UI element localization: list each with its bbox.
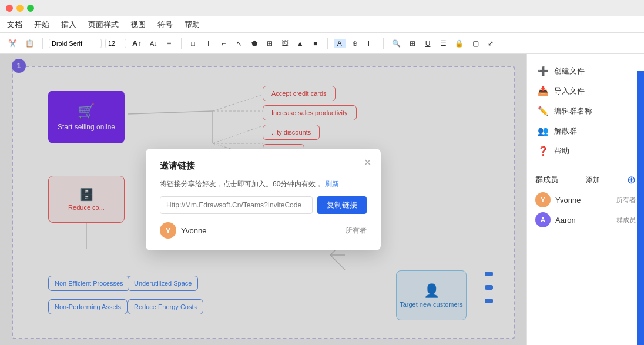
add-label: 添加: [586, 175, 600, 185]
menu-item-insert[interactable]: 插入: [61, 19, 76, 30]
circle-plus-icon[interactable]: ⊕: [349, 38, 361, 49]
titlebar: [0, 0, 644, 16]
font-large-icon[interactable]: A↑: [130, 38, 144, 49]
rp-disband-group[interactable]: 👥 解散群: [535, 121, 636, 141]
lock-icon[interactable]: 🔒: [452, 38, 466, 49]
modal-close-button[interactable]: ✕: [364, 157, 371, 168]
cut-icon[interactable]: ✂️: [6, 38, 19, 49]
rect-icon[interactable]: □: [187, 38, 199, 49]
triangle-icon[interactable]: ▲: [294, 38, 306, 49]
member-aaron: A Aaron 群成员: [535, 210, 636, 230]
fill-icon[interactable]: A: [334, 39, 346, 48]
aaron-name: Aaron: [555, 216, 612, 225]
divider: [42, 38, 43, 49]
font-size-input[interactable]: [105, 39, 126, 48]
font-small-icon[interactable]: A↓: [147, 39, 160, 48]
invite-link-input[interactable]: [160, 196, 313, 214]
members-title: 群成员: [535, 175, 558, 185]
maximize-button[interactable]: [27, 5, 34, 12]
minimize-button[interactable]: [16, 5, 24, 12]
menu-item-symbol[interactable]: 符号: [157, 19, 173, 30]
create-file-icon: ➕: [538, 66, 548, 76]
add-member-button[interactable]: ⊕: [627, 173, 636, 186]
members-section-header: 群成员 添加 ⊕: [535, 173, 636, 186]
divider2: [181, 38, 182, 49]
modal-user-name: Yvonne: [181, 226, 341, 235]
aaron-avatar: A: [535, 212, 551, 227]
modal-title: 邀请链接: [160, 160, 367, 172]
grid-icon[interactable]: ⊞: [407, 38, 418, 49]
frame-icon[interactable]: ▢: [469, 38, 481, 49]
rp-create-file[interactable]: ➕ 创建文件: [535, 61, 636, 81]
toolbar: ✂️ 📋 A↑ A↓ ≡ □ T ⌐ ↖ ⬟ ⊞ 🖼 ▲ ■ A ⊕ T+ 🔍 …: [0, 33, 644, 54]
menu-item-start[interactable]: 开始: [34, 19, 49, 30]
text-plus-icon[interactable]: T+: [364, 38, 377, 49]
divider3: [327, 38, 328, 49]
modal-user-avatar: Y: [160, 222, 176, 239]
close-button[interactable]: [6, 5, 13, 12]
rp-import-file[interactable]: 📥 导入文件: [535, 81, 636, 101]
menu-item-view[interactable]: 视图: [130, 19, 146, 30]
aaron-role: 群成员: [616, 216, 636, 225]
import-file-icon: 📥: [538, 86, 548, 96]
canvas-area[interactable]: 1 🛒 Start selling on: [0, 54, 526, 345]
rp-divider: [535, 165, 636, 165]
modal-description: 将链接分享给好友，点击即可加入。60分钟内有效， 刷新: [160, 179, 367, 189]
main-area: 1 🛒 Start selling on: [0, 54, 644, 345]
shape-icon[interactable]: ⬟: [249, 38, 260, 49]
yvonne-role: 所有者: [616, 196, 636, 205]
image-icon[interactable]: 🖼: [279, 38, 291, 49]
edit-name-icon: ✏️: [538, 106, 548, 116]
rp-import-label: 导入文件: [554, 86, 585, 96]
modal-user-row: Y Yvonne 所有者: [160, 222, 367, 239]
modal-overlay[interactable]: ✕ 邀请链接 将链接分享给好友，点击即可加入。60分钟内有效， 刷新 复制链接 …: [0, 54, 526, 345]
help-icon: ❓: [538, 146, 548, 156]
menu-item-doc[interactable]: 文档: [7, 19, 22, 30]
layers-icon[interactable]: ⊞: [264, 38, 276, 49]
divider4: [383, 38, 384, 49]
copy-link-button[interactable]: 复制链接: [317, 196, 367, 214]
modal-input-row: 复制链接: [160, 196, 367, 214]
rp-help[interactable]: ❓ 帮助: [535, 141, 636, 161]
arrow-icon[interactable]: ↖: [233, 38, 245, 49]
text-icon[interactable]: T: [203, 38, 214, 49]
expand-icon[interactable]: ⤢: [485, 38, 497, 49]
invite-modal: ✕ 邀请链接 将链接分享给好友，点击即可加入。60分钟内有效， 刷新 复制链接 …: [146, 149, 381, 250]
corner-icon[interactable]: ⌐: [218, 38, 230, 49]
rp-disband-label: 解散群: [554, 126, 577, 136]
rp-create-label: 创建文件: [554, 66, 585, 76]
rp-edit-name[interactable]: ✏️ 编辑群名称: [535, 101, 636, 121]
lines-icon[interactable]: ☰: [437, 38, 449, 49]
align-icon[interactable]: ≡: [163, 38, 175, 49]
underline-icon[interactable]: U: [422, 38, 434, 49]
modal-user-role: 所有者: [346, 226, 367, 236]
yvonne-avatar: Y: [535, 192, 551, 207]
rp-edit-label: 编辑群名称: [554, 106, 592, 116]
menu-item-help[interactable]: 帮助: [185, 19, 200, 30]
member-yvonne: Y Yvonne 所有者: [535, 190, 636, 210]
paste-icon[interactable]: 📋: [23, 38, 36, 49]
right-panel: ➕ 创建文件 📥 导入文件 ✏️ 编辑群名称 👥 解散群 ❓ 帮助 群成员 添加…: [526, 54, 644, 345]
font-family-select[interactable]: [49, 39, 102, 48]
yvonne-name: Yvonne: [555, 196, 612, 205]
menubar: 文档 开始 插入 页面样式 视图 符号 帮助: [0, 16, 644, 33]
menu-item-page-style[interactable]: 页面样式: [88, 19, 119, 30]
blue-right-bar: [637, 71, 644, 345]
refresh-link[interactable]: 刷新: [325, 180, 339, 188]
square-icon[interactable]: ■: [310, 38, 321, 49]
rp-help-label: 帮助: [554, 146, 569, 156]
search-icon[interactable]: 🔍: [390, 38, 403, 49]
disband-icon: 👥: [538, 126, 548, 136]
